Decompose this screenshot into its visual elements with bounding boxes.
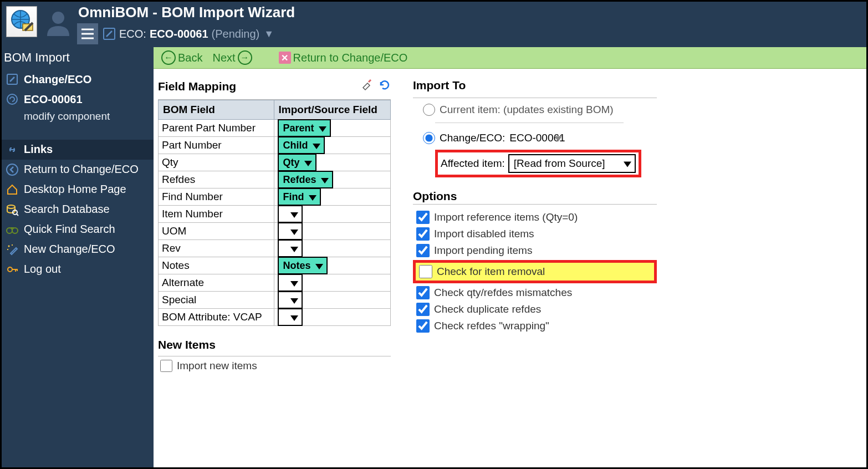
back-button[interactable]: ←Back xyxy=(159,49,205,66)
import-to-header: Import To xyxy=(413,75,657,98)
new-items-header: New Items xyxy=(158,330,391,356)
table-row: BOM Attribute: VCAP xyxy=(159,309,391,326)
sidebar-item-new-change[interactable]: New Change/ECO xyxy=(2,239,154,259)
radio-change-eco[interactable]: Change/ECO: ECO-00061 xyxy=(413,126,657,147)
sidebar-item-label: New Change/ECO xyxy=(24,243,115,256)
bom-field-cell: BOM Attribute: VCAP xyxy=(159,309,274,326)
opt-refdes-wrapping[interactable]: Check refdes "wrapping" xyxy=(413,318,657,334)
source-field-select[interactable]: Parent xyxy=(278,119,331,137)
svg-point-10 xyxy=(7,205,15,208)
affected-item-highlight: Affected item: [Read from Source] xyxy=(435,150,641,177)
bom-field-cell: UOM xyxy=(159,223,274,240)
table-row: Find NumberFind xyxy=(159,188,391,206)
refresh-icon[interactable] xyxy=(379,79,391,94)
svg-point-12 xyxy=(7,228,12,233)
opt-reference-items[interactable]: Import reference items (Qty=0) xyxy=(413,209,657,226)
source-field-select[interactable] xyxy=(278,205,303,223)
edit-icon xyxy=(5,72,19,86)
toolbar: ←Back Next→ ✕Return to Change/ECO xyxy=(154,47,866,69)
table-row: NotesNotes xyxy=(159,257,391,274)
home-icon xyxy=(5,182,19,197)
source-field-select[interactable]: Child xyxy=(278,136,325,154)
sidebar-item-logout[interactable]: Log out xyxy=(2,259,154,279)
col-bom-field: BOM Field xyxy=(159,100,274,120)
source-field-select[interactable]: Notes xyxy=(278,257,328,274)
edit-icon xyxy=(103,27,116,40)
radio-current-item[interactable]: Current item: (updates existing BOM) xyxy=(413,98,657,119)
source-field-select[interactable]: Find xyxy=(278,188,321,206)
search-db-icon xyxy=(5,202,19,217)
eraser-icon[interactable] xyxy=(361,79,373,94)
next-button[interactable]: Next→ xyxy=(210,49,254,66)
eco-status: (Pending) xyxy=(212,28,260,40)
sidebar-item-change-eco[interactable]: Change/ECO xyxy=(2,69,154,89)
table-row: UOM xyxy=(159,223,391,240)
binoculars-icon xyxy=(5,222,19,237)
sidebar-item-label: ECO-00061 xyxy=(24,93,83,106)
table-row: Part NumberChild xyxy=(159,137,391,154)
source-field-cell xyxy=(274,240,391,257)
source-field-cell xyxy=(274,206,391,223)
return-button[interactable]: ✕Return to Change/ECO xyxy=(277,50,410,65)
source-field-select[interactable] xyxy=(278,308,303,326)
sidebar-item-return[interactable]: Return to Change/ECO xyxy=(2,160,154,180)
menu-icon[interactable] xyxy=(77,23,98,44)
sidebar: BOM Import Change/ECO ECO-00061 modify c… xyxy=(2,47,154,467)
sidebar-item-quick-find[interactable]: Quick Find Search xyxy=(2,220,154,239)
field-mapping-header: Field Mapping xyxy=(158,75,391,100)
affected-item-select[interactable]: [Read from Source] xyxy=(508,154,636,173)
titlebar: OmniBOM - BOM Import Wizard ECO: ECO-000… xyxy=(2,2,866,47)
source-field-cell xyxy=(274,274,391,292)
sidebar-item-links[interactable]: Links xyxy=(2,140,154,160)
source-field-select[interactable]: Refdes xyxy=(278,171,333,188)
source-field-select[interactable] xyxy=(278,222,303,240)
sidebar-item-search[interactable]: Search Database xyxy=(2,200,154,220)
source-field-cell: Child xyxy=(274,137,391,154)
source-field-select[interactable] xyxy=(278,239,303,257)
chevron-down-icon[interactable]: ▼ xyxy=(264,28,274,40)
opt-disabled-items[interactable]: Import disabled items xyxy=(413,226,657,242)
opt-pending-items[interactable]: Import pending items xyxy=(413,242,657,259)
eco-label: ECO: xyxy=(119,28,146,40)
table-row: Rev xyxy=(159,240,391,257)
sidebar-item-label: Change/ECO xyxy=(24,73,91,86)
table-row: QtyQty xyxy=(159,154,391,171)
field-mapping-table: BOM Field Import/Source Field Parent Par… xyxy=(158,100,391,326)
source-field-cell xyxy=(274,223,391,240)
bom-field-cell: Rev xyxy=(159,240,274,257)
content-area: ←Back Next→ ✕Return to Change/ECO Field … xyxy=(154,47,866,467)
bom-field-cell: Part Number xyxy=(159,137,274,154)
opt-item-removal[interactable]: Check for item removal xyxy=(419,265,651,278)
sidebar-item-desktop[interactable]: Desktop Home Page xyxy=(2,180,154,200)
change-eco-select[interactable]: ECO-00061 xyxy=(509,132,565,144)
source-field-select[interactable] xyxy=(278,291,303,309)
sidebar-title: BOM Import xyxy=(2,47,154,69)
table-row: Special xyxy=(159,292,391,309)
source-field-cell: Find xyxy=(274,188,391,206)
source-field-cell xyxy=(274,292,391,309)
svg-point-2 xyxy=(52,12,64,24)
sidebar-item-label: Search Database xyxy=(24,203,110,216)
table-row: Alternate xyxy=(159,274,391,292)
source-field-select[interactable] xyxy=(278,274,303,292)
source-field-select[interactable]: Qty xyxy=(278,154,316,171)
source-field-cell xyxy=(274,309,391,326)
source-field-cell: Qty xyxy=(274,154,391,171)
opt-item-removal-highlight: Check for item removal xyxy=(413,260,657,283)
import-new-items-checkbox[interactable]: Import new items xyxy=(158,356,391,372)
svg-point-8 xyxy=(7,94,17,104)
user-icon[interactable] xyxy=(44,8,73,37)
bom-field-cell: Item Number xyxy=(159,206,274,223)
sidebar-item-label: Desktop Home Page xyxy=(24,183,126,196)
opt-dup-refdes[interactable]: Check duplicate refdes xyxy=(413,301,657,318)
table-row: RefdesRefdes xyxy=(159,171,391,188)
sidebar-item-eco[interactable]: ECO-00061 xyxy=(2,89,154,109)
svg-point-13 xyxy=(12,228,18,233)
col-import-field: Import/Source Field xyxy=(274,100,391,120)
options-header: Options xyxy=(413,180,657,205)
sidebar-item-label: Quick Find Search xyxy=(24,223,115,236)
opt-qty-refdes[interactable]: Check qty/refdes mismatches xyxy=(413,284,657,301)
bom-field-cell: Refdes xyxy=(159,171,274,188)
bom-field-cell: Notes xyxy=(159,257,274,274)
svg-point-14 xyxy=(8,267,12,272)
